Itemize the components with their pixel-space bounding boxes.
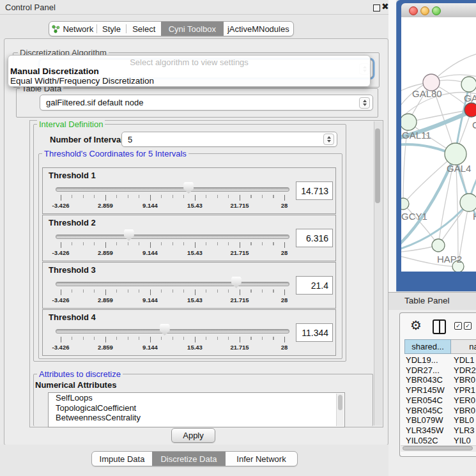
- svg-text:GAL4: GAL4: [447, 163, 471, 174]
- table-data-combo[interactable]: galFiltered.sif default node: [40, 95, 373, 111]
- svg-text:C: C: [472, 119, 476, 130]
- slider-thumb[interactable]: [231, 277, 242, 288]
- slider-thumb[interactable]: [160, 324, 170, 335]
- algorithm-popup-placeholder: Select algorithm to view settings: [8, 58, 370, 67]
- threshold-2-label: Threshold 2: [49, 218, 96, 227]
- thresholds-group-title: Threshold's Coordinates for 5 Intervals: [42, 150, 188, 158]
- tab-cyni-toolbox[interactable]: Cyni Toolbox: [161, 22, 223, 36]
- combo-stepper-icon[interactable]: [323, 134, 334, 145]
- threshold-3-slider[interactable]: -3.426 2.859 9.144 15.43 21.715 28: [56, 275, 289, 306]
- tab-infer-network[interactable]: Infer Network: [226, 452, 297, 466]
- checkbox-icon[interactable]: ✓: [464, 322, 472, 330]
- apply-button[interactable]: Apply: [171, 428, 215, 443]
- network-node-selected-red[interactable]: [464, 103, 476, 117]
- close-icon[interactable]: ✖: [381, 1, 389, 12]
- tab-style[interactable]: Style: [97, 22, 127, 36]
- network-window-titlebar[interactable]: [401, 3, 476, 18]
- threshold-4-value-field[interactable]: [296, 323, 333, 342]
- columns-icon[interactable]: [433, 319, 446, 334]
- svg-text:GAL11: GAL11: [402, 130, 431, 141]
- network-node-hap2[interactable]: [432, 239, 445, 252]
- table-data-combo-value: galFiltered.sif default node: [40, 98, 359, 107]
- panel-divider[interactable]: [388, 0, 396, 292]
- table-row[interactable]: YDL19...YDL1: [404, 355, 476, 365]
- app-root: Control Panel ✖ Network Style Select Cyn…: [0, 0, 476, 476]
- table-row[interactable]: YER054CYER0: [404, 395, 476, 406]
- scrollbar-thumb[interactable]: [403, 446, 473, 450]
- combo-stepper-icon[interactable]: [359, 97, 370, 109]
- control-panel-titlebar: [0, 0, 391, 15]
- number-of-intervals-combo[interactable]: 5: [121, 132, 337, 147]
- table-row[interactable]: YLR345WYLR3: [404, 426, 476, 436]
- table-row[interactable]: YPR145WYPR1: [404, 385, 476, 395]
- tab-impute-data[interactable]: Impute Data: [92, 452, 152, 466]
- interval-definition-group-title: Interval Definition: [37, 120, 105, 128]
- threshold-2-panel: Threshold 2 -3.426 2.859 9.144 15.43 21.…: [42, 215, 336, 261]
- threshold-1-label: Threshold 1: [49, 171, 96, 180]
- table-row[interactable]: YBR043CYBR0: [404, 375, 476, 385]
- control-panel-title: Control Panel: [5, 3, 56, 12]
- threshold-3-value-field[interactable]: [296, 276, 333, 295]
- network-window: GAL80 GA C GAL11 GAL4 GCY1 H HAP2: [396, 0, 476, 291]
- number-of-intervals-value: 5: [122, 135, 323, 144]
- network-node[interactable]: [461, 77, 476, 92]
- table-row[interactable]: YBL079WYBL0: [404, 415, 476, 426]
- numerical-attributes-list[interactable]: SelfLoops TopologicalCoefficient Between…: [48, 392, 345, 427]
- list-scrollbar[interactable]: [336, 394, 344, 426]
- popup-option-equal-width-frequency[interactable]: Equal Width/Frequency Discretization: [10, 76, 368, 86]
- table-row[interactable]: YBR045CYBR0: [404, 406, 476, 416]
- svg-text:GA: GA: [464, 93, 476, 104]
- table-row[interactable]: YDR27...YDR2: [404, 365, 476, 376]
- list-item[interactable]: SelfLoops: [49, 393, 344, 403]
- tab-network-label: Network: [63, 24, 93, 34]
- tab-select[interactable]: Select: [127, 22, 161, 36]
- slider-thumb[interactable]: [183, 182, 194, 194]
- threshold-2-value-field[interactable]: [296, 229, 333, 247]
- scrollbar-thumb[interactable]: [375, 128, 380, 203]
- slider-minor-ticks: [61, 289, 284, 293]
- scrollbar-thumb[interactable]: [338, 395, 342, 410]
- slider-minor-ticks: [61, 242, 284, 245]
- threshold-4-label: Threshold 4: [49, 312, 96, 322]
- gear-icon[interactable]: ⚙: [410, 318, 422, 333]
- svg-text:HAP2: HAP2: [437, 254, 462, 265]
- column-header-name[interactable]: name: [451, 339, 476, 354]
- tab-jactivemnodules[interactable]: jActiveMNodules: [224, 22, 293, 36]
- threshold-3-panel: Threshold 3 -3.426 2.859 9.144 15.43 21.…: [42, 262, 336, 309]
- threshold-2-slider[interactable]: -3.426 2.859 9.144 15.43 21.715 28: [56, 228, 289, 259]
- slider-minor-ticks: [61, 195, 284, 198]
- slider-thumb[interactable]: [124, 229, 134, 241]
- traffic-light-minimize-icon[interactable]: [420, 6, 429, 15]
- cyni-mode-tabs: Impute Data Discretize Data Infer Networ…: [91, 451, 298, 466]
- network-node-gal11[interactable]: [401, 114, 417, 130]
- network-graph: GAL80 GA C GAL11 GAL4 GCY1 H HAP2: [401, 17, 476, 272]
- network-node[interactable]: [460, 194, 476, 211]
- network-node-gal4[interactable]: [445, 143, 466, 165]
- popup-option-manual-discretization[interactable]: Manual Discretization: [10, 66, 368, 76]
- svg-text:H: H: [473, 211, 476, 222]
- node-table: shared... name YDL19...YDL1 YDR27...YDR2…: [404, 339, 476, 444]
- threshold-3-label: Threshold 3: [49, 265, 96, 275]
- table-row[interactable]: YIL052CYIL0: [404, 436, 476, 444]
- threshold-4-slider[interactable]: -3.426 2.859 9.144 15.43 21.715 28: [56, 323, 289, 353]
- attributes-group-title: Attributes to discretize: [37, 370, 123, 378]
- control-panel-tabs: Network Style Select Cyni Toolbox jActiv…: [49, 21, 294, 36]
- table-panel-title: Table Panel: [404, 296, 450, 305]
- traffic-light-zoom-icon[interactable]: [432, 6, 441, 15]
- threshold-1-slider[interactable]: -3.426 2.859 9.144 15.43 21.715 28: [56, 181, 289, 211]
- checkbox-icon[interactable]: ✓: [454, 322, 462, 330]
- traffic-light-close-icon[interactable]: [409, 6, 418, 15]
- svg-text:GCY1: GCY1: [401, 211, 427, 222]
- algorithm-popup: Select algorithm to view settings Manual…: [8, 55, 371, 87]
- tab-network[interactable]: Network: [49, 22, 96, 36]
- numerical-attributes-label: Numerical Attributes: [35, 380, 116, 390]
- list-item[interactable]: TopologicalCoefficient: [49, 403, 344, 413]
- float-window-icon[interactable]: [373, 4, 380, 12]
- column-header-shared-name[interactable]: shared...: [404, 339, 451, 354]
- network-canvas[interactable]: GAL80 GA C GAL11 GAL4 GCY1 H HAP2: [401, 17, 476, 272]
- network-icon: [52, 25, 60, 33]
- network-node-gcy1[interactable]: [401, 198, 409, 210]
- tab-discretize-data[interactable]: Discretize Data: [152, 452, 226, 466]
- threshold-1-value-field[interactable]: [296, 181, 333, 200]
- list-item[interactable]: BetweennessCentrality: [49, 413, 344, 423]
